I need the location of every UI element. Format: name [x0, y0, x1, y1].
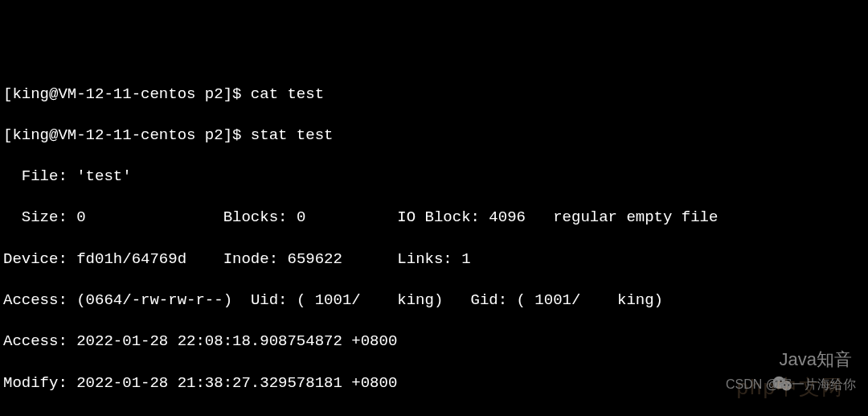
shell-prompt: [king@VM-12-11-centos p2]$: [3, 85, 251, 103]
shell-prompt: [king@VM-12-11-centos p2]$: [3, 126, 251, 144]
stat-modify-label: Modify:: [3, 374, 76, 392]
stat-ioblock-label: IO Block:: [397, 208, 489, 226]
stat-blocks-value: 0: [297, 208, 305, 226]
stat-access-time-label: Access:: [3, 332, 76, 350]
stat-file-value: 'test': [76, 167, 131, 185]
command-stat-1: stat test: [251, 126, 334, 144]
stat-filetype: regular empty file: [553, 208, 718, 226]
watermark-csdn: CSDN @寄一片海给你: [726, 376, 856, 393]
watermark-java: Java知音: [752, 348, 852, 372]
stat-access-perm-label: Access:: [3, 291, 76, 309]
wechat-icon: [752, 350, 775, 369]
stat-gid-label: Gid:: [471, 291, 517, 309]
stat-links-label: Links:: [397, 250, 461, 268]
stat-gid-value: ( 1001/ king): [517, 291, 663, 309]
stat-file-label: File:: [3, 167, 76, 185]
command-cat: cat test: [251, 85, 324, 103]
watermark-java-text: Java知音: [780, 348, 852, 372]
stat-size-label: Size:: [3, 208, 76, 226]
stat-inode-value: 659622: [287, 250, 342, 268]
stat-uid-label: Uid:: [251, 291, 297, 309]
stat-uid-value: ( 1001/ king): [297, 291, 443, 309]
stat-access-perm-value: (0664/-rw-rw-r--): [76, 291, 232, 309]
stat-inode-label: Inode:: [223, 250, 288, 268]
stat-ioblock-value: 4096: [489, 208, 526, 226]
stat-modify-value: 2022-01-28 21:38:27.329578181 +0800: [76, 374, 397, 392]
stat-blocks-label: Blocks:: [223, 208, 297, 226]
stat-links-value: 1: [461, 250, 470, 268]
stat-size-value: 0: [76, 208, 85, 226]
stat-device-label: Device:: [3, 250, 76, 268]
stat-access-time-value: 2022-01-28 22:08:18.908754872 +0800: [76, 332, 397, 350]
stat-device-value: fd01h/64769d: [76, 250, 186, 268]
